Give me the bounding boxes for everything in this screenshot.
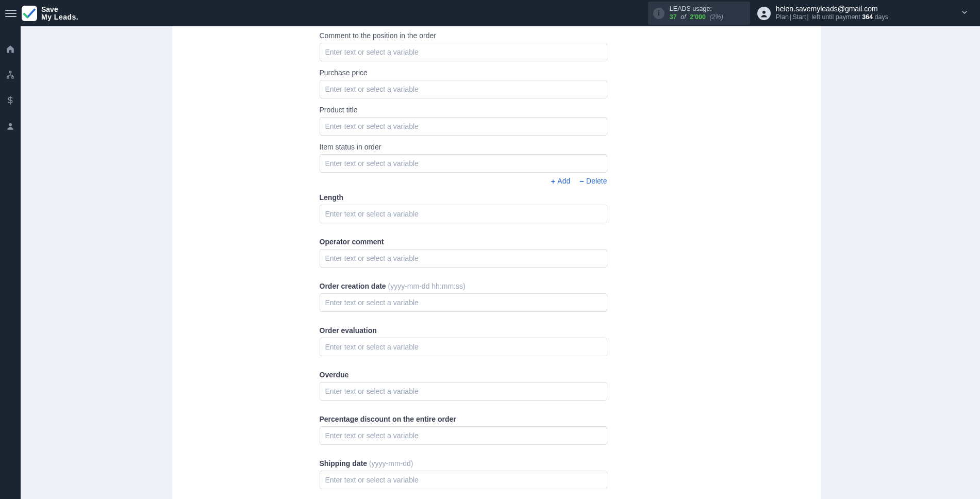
days-number: 364	[862, 13, 873, 21]
days-word: days	[875, 13, 888, 21]
field-shipping-date: Shipping date (yyyy-mm-dd)	[320, 459, 607, 489]
plan-name: Start	[792, 13, 806, 21]
label-shipping-date-text: Shipping date	[320, 459, 368, 468]
leads-usage-text: LEADS usage: 37 of 2'000 (2%)	[670, 5, 723, 21]
dollar-icon	[6, 96, 15, 105]
brand-line2: My Leads.	[41, 13, 78, 21]
svg-point-1	[762, 10, 766, 13]
input-purchase-price[interactable]	[320, 80, 607, 98]
form-card: Comment to the position in the order Pur…	[172, 26, 821, 499]
label-purchase-price: Purchase price	[320, 69, 607, 77]
leads-total: 2'000	[690, 13, 706, 21]
user-icon	[6, 122, 15, 131]
input-order-evaluation[interactable]	[320, 338, 607, 356]
avatar-icon	[757, 7, 771, 20]
plan-word: Plan	[776, 13, 789, 21]
field-length: Length	[320, 193, 607, 223]
label-order-creation-date-text: Order creation date	[320, 282, 386, 290]
input-comment-position[interactable]	[320, 43, 607, 61]
sidebar	[0, 26, 21, 499]
input-length[interactable]	[320, 205, 607, 223]
check-icon	[22, 6, 37, 21]
leads-of-word: of	[680, 13, 686, 21]
input-product-title[interactable]	[320, 117, 607, 136]
nav-connections[interactable]	[0, 66, 21, 83]
label-shipping-date: Shipping date (yyyy-mm-dd)	[320, 459, 607, 468]
nav-home[interactable]	[0, 41, 21, 57]
input-overdue[interactable]	[320, 382, 607, 401]
minus-icon: −	[579, 177, 584, 185]
brand-line1: Save	[41, 6, 78, 13]
input-item-status[interactable]	[320, 154, 607, 173]
field-pct-discount: Percentage discount on the entire order	[320, 415, 607, 445]
content-stage[interactable]: Comment to the position in the order Pur…	[21, 26, 980, 499]
delete-item-button[interactable]: −Delete	[579, 177, 607, 185]
leads-usage-title: LEADS usage:	[670, 5, 723, 13]
info-icon: i	[653, 8, 665, 19]
brand-text: Save My Leads.	[41, 6, 78, 21]
leads-pct: (2%)	[709, 13, 723, 21]
field-order-creation-date: Order creation date (yyyy-mm-dd hh:mm:ss…	[320, 282, 607, 312]
chevron-down-icon	[960, 8, 969, 16]
user-menu[interactable]: helen.savemyleads@gmail.com Plan|Start| …	[757, 5, 888, 22]
field-order-evaluation: Order evaluation	[320, 326, 607, 356]
label-operator-comment: Operator comment	[320, 238, 607, 246]
label-order-creation-date: Order creation date (yyyy-mm-dd hh:mm:ss…	[320, 282, 607, 290]
field-comment-position: Comment to the position in the order	[320, 31, 607, 61]
input-shipping-date[interactable]	[320, 471, 607, 489]
input-order-creation-date[interactable]	[320, 293, 607, 312]
field-purchase-price: Purchase price	[320, 69, 607, 98]
item-row-actions: +Add −Delete	[320, 177, 607, 185]
svg-point-2	[9, 123, 12, 126]
label-item-status: Item status in order	[320, 143, 607, 151]
add-item-button[interactable]: +Add	[551, 177, 571, 185]
user-email: helen.savemyleads@gmail.com	[776, 5, 888, 14]
menu-toggle-button[interactable]	[5, 8, 16, 19]
nav-billing[interactable]	[0, 92, 21, 109]
leads-used: 37	[670, 13, 677, 21]
leads-usage-box[interactable]: i LEADS usage: 37 of 2'000 (2%)	[648, 2, 750, 25]
user-plan-line: Plan|Start| left until payment 364 days	[776, 13, 888, 22]
scrollbar-gutter	[821, 26, 829, 499]
hint-shipping-date: (yyyy-mm-dd)	[369, 459, 413, 468]
home-icon	[6, 44, 15, 54]
input-operator-comment[interactable]	[320, 249, 607, 268]
add-label: Add	[557, 177, 570, 185]
left-label: left until payment	[811, 13, 860, 21]
label-order-evaluation: Order evaluation	[320, 326, 607, 335]
input-pct-discount[interactable]	[320, 426, 607, 445]
sitemap-icon	[6, 70, 15, 79]
label-length: Length	[320, 193, 607, 202]
field-item-status: Item status in order	[320, 143, 607, 173]
brand-logo[interactable]: Save My Leads.	[22, 6, 78, 21]
label-overdue: Overdue	[320, 371, 607, 379]
field-product-title: Product title	[320, 106, 607, 136]
field-overdue: Overdue	[320, 371, 607, 401]
label-product-title: Product title	[320, 106, 607, 114]
label-comment-position: Comment to the position in the order	[320, 31, 607, 40]
label-pct-discount: Percentage discount on the entire order	[320, 415, 607, 423]
delete-label: Delete	[586, 177, 607, 185]
app-header: Save My Leads. i LEADS usage: 37 of 2'00…	[0, 0, 980, 26]
plus-icon: +	[551, 177, 556, 185]
header-expand-button[interactable]	[888, 8, 974, 18]
hint-order-creation-date: (yyyy-mm-dd hh:mm:ss)	[388, 282, 466, 290]
nav-account[interactable]	[0, 118, 21, 135]
field-operator-comment: Operator comment	[320, 238, 607, 268]
